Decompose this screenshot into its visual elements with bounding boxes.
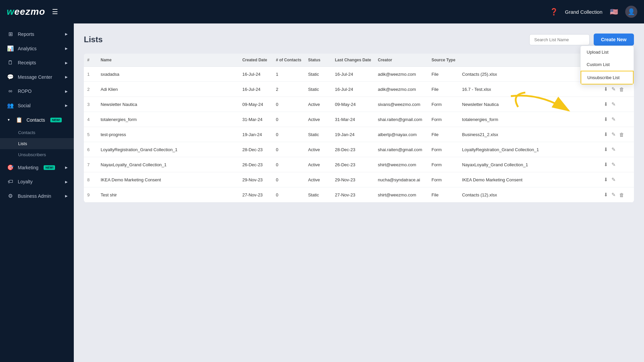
- row-file: NayaxLoyalty_Grand Collection_1: [459, 157, 600, 172]
- sidebar-item-contacts[interactable]: ▼ 📋 Contacts NEW!: [0, 113, 74, 127]
- edit-icon[interactable]: ✎: [611, 86, 616, 92]
- message-center-icon: 💬: [7, 74, 14, 80]
- row-source: Form: [428, 172, 459, 187]
- row-source: File: [428, 82, 459, 97]
- sidebar-item-ropo[interactable]: ∞ ROPO ▶: [0, 84, 74, 98]
- row-num: 3: [84, 97, 97, 112]
- row-creator: nucha@syndatrace.ai: [374, 172, 428, 187]
- row-name: NayaxLoyalty_Grand Collection_1: [97, 157, 239, 172]
- dropdown-item-upload-list[interactable]: Upload List: [581, 46, 634, 58]
- table-row: 1 sxadadsa 16-Jul-24 1 Static 16-Jul-24 …: [84, 67, 634, 82]
- sidebar-item-receipts[interactable]: 🗒 Receipts ▶: [0, 56, 74, 70]
- row-source: Form: [428, 112, 459, 127]
- loyalty-icon: 🏷: [7, 179, 14, 185]
- col-header-contacts: # of Contacts: [272, 54, 305, 67]
- sidebar-item-reports[interactable]: ⊞ Reports ▶: [0, 27, 74, 41]
- create-new-button[interactable]: Create New: [594, 34, 634, 46]
- row-source: File: [428, 187, 459, 202]
- table-row: 6 LoyaltyRegistration_Grand Collection_1…: [84, 142, 634, 157]
- download-icon[interactable]: ⬇: [604, 146, 608, 153]
- download-icon[interactable]: ⬇: [604, 116, 608, 122]
- expand-arrow: ▶: [65, 47, 68, 50]
- topbar: weezmo ☰ ❓ Grand Collection 🇺🇸 👤: [0, 0, 644, 23]
- download-icon[interactable]: ⬇: [604, 192, 608, 198]
- delete-icon[interactable]: 🗑: [619, 192, 624, 198]
- subitem-label: Contacts: [18, 130, 35, 135]
- expand-arrow: ▶: [65, 194, 68, 198]
- sidebar-item-label: Social: [18, 103, 31, 108]
- table-row: 2 Adi Klien 16-Jul-24 2 Static 16-Jul-24…: [84, 82, 634, 97]
- sidebar-subitem-contacts[interactable]: Contacts: [0, 127, 74, 138]
- sidebar: ⊞ Reports ▶ 📊 Analytics ▶ 🗒 Receipts ▶ 💬…: [0, 23, 74, 362]
- row-last-changes: 27-Nov-23: [331, 187, 374, 202]
- contacts-badge: NEW!: [50, 118, 62, 122]
- sidebar-item-marketing[interactable]: 🎯 Marketing NEW! ▶: [0, 160, 74, 175]
- sidebar-item-label: Business Admin: [18, 193, 51, 199]
- table-row: 7 NayaxLoyalty_Grand Collection_1 26-Dec…: [84, 157, 634, 172]
- sidebar-item-loyalty[interactable]: 🏷 Loyalty ▶: [0, 175, 74, 189]
- help-icon[interactable]: ❓: [550, 8, 558, 16]
- row-last-changes: 19-Jan-24: [331, 127, 374, 142]
- row-creator: shai.raiten@gmail.com: [374, 142, 428, 157]
- sidebar-item-label: Contacts: [26, 117, 45, 123]
- download-icon[interactable]: ⬇: [604, 86, 608, 92]
- table-row: 8 IKEA Demo Marketing Consent 29-Nov-23 …: [84, 172, 634, 187]
- expand-arrow: ▶: [65, 104, 68, 107]
- table-row: 9 Test shir 27-Nov-23 0 Static 27-Nov-23…: [84, 187, 634, 202]
- hamburger-icon[interactable]: ☰: [52, 8, 58, 16]
- expand-arrow: ▶: [65, 32, 68, 36]
- download-icon[interactable]: ⬇: [604, 162, 608, 168]
- logo-text: weezmo: [7, 6, 45, 17]
- delete-icon[interactable]: 🗑: [619, 86, 624, 92]
- row-actions: ⬇ ✎: [600, 97, 634, 112]
- col-header-last-changes: Last Changes Date: [331, 54, 374, 67]
- row-actions: ⬇ ✎: [600, 112, 634, 127]
- sidebar-item-label: Reports: [18, 32, 34, 37]
- row-status: Static: [305, 127, 331, 142]
- row-created: 31-Mar-24: [239, 112, 272, 127]
- dropdown-item-unsubscribe-list[interactable]: Unsubscribe List: [581, 71, 634, 84]
- lists-table: # Name Created Date # of Contacts Status…: [84, 54, 634, 202]
- row-created: 29-Nov-23: [239, 172, 272, 187]
- edit-icon[interactable]: ✎: [611, 177, 616, 183]
- download-icon[interactable]: ⬇: [604, 101, 608, 107]
- subitem-label: Unsubscribers: [18, 152, 46, 157]
- dropdown-item-custom-list[interactable]: Custom List: [581, 58, 634, 71]
- sidebar-item-message-center[interactable]: 💬 Message Center ▶: [0, 70, 74, 84]
- search-input[interactable]: [529, 34, 590, 45]
- col-header-num: #: [84, 54, 97, 67]
- flag-icon: 🇺🇸: [609, 9, 619, 15]
- row-source: Form: [428, 142, 459, 157]
- delete-icon[interactable]: 🗑: [619, 132, 624, 137]
- row-num: 6: [84, 142, 97, 157]
- sidebar-item-analytics[interactable]: 📊 Analytics ▶: [0, 41, 74, 56]
- edit-icon[interactable]: ✎: [611, 192, 616, 198]
- download-icon[interactable]: ⬇: [604, 177, 608, 183]
- row-file: Newsletter Nautica: [459, 97, 600, 112]
- sidebar-item-business-admin[interactable]: ⚙ Business Admin ▶: [0, 189, 74, 203]
- sidebar-subitem-unsubscribers[interactable]: Unsubscribers: [0, 149, 74, 160]
- edit-icon[interactable]: ✎: [611, 162, 616, 168]
- edit-icon[interactable]: ✎: [611, 116, 616, 122]
- row-actions: ⬇ ✎: [600, 157, 634, 172]
- download-icon[interactable]: ⬇: [604, 131, 608, 137]
- row-name: Newsletter Nautica: [97, 97, 239, 112]
- edit-icon[interactable]: ✎: [611, 101, 616, 107]
- user-avatar[interactable]: 👤: [625, 6, 637, 18]
- contacts-icon: 📋: [16, 117, 22, 123]
- row-file: IKEA Demo Marketing Consent: [459, 172, 600, 187]
- edit-icon[interactable]: ✎: [611, 146, 616, 153]
- sidebar-item-label: Marketing: [18, 165, 38, 170]
- sidebar-item-social[interactable]: 👥 Social ▶: [0, 98, 74, 113]
- row-status: Static: [305, 82, 331, 97]
- collapse-arrow: ▼: [7, 118, 10, 122]
- row-num: 5: [84, 127, 97, 142]
- row-last-changes: 29-Nov-23: [331, 172, 374, 187]
- sidebar-subitem-lists[interactable]: Lists: [0, 138, 74, 149]
- row-last-changes: 31-Mar-24: [331, 112, 374, 127]
- sidebar-item-label: Message Center: [18, 74, 52, 80]
- edit-icon[interactable]: ✎: [611, 131, 616, 137]
- header-actions: Create New Upload List Custom List Unsub…: [529, 34, 634, 46]
- row-actions: ⬇ ✎ 🗑: [600, 187, 634, 202]
- row-creator: sivans@weezmo.com: [374, 97, 428, 112]
